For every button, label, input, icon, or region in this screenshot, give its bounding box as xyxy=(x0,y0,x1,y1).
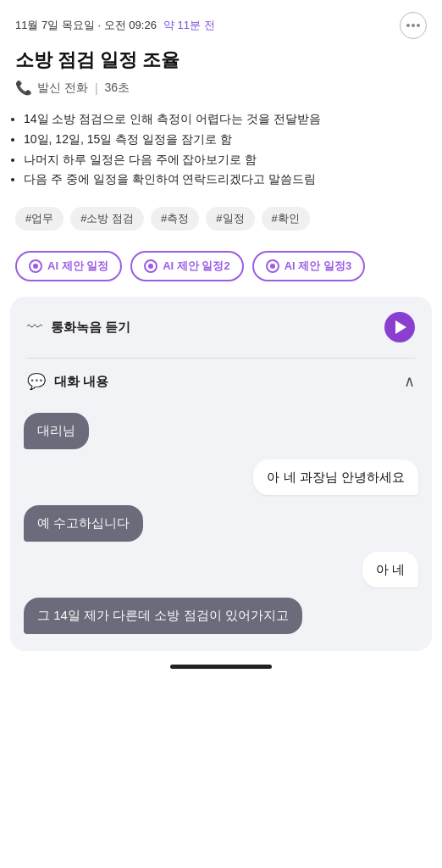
bubble-right: 아 네 과장님 안녕하세요 xyxy=(253,459,418,496)
chat-header-row: 💬 대화 내용 ∧ xyxy=(10,359,432,404)
ellipsis-icon xyxy=(406,24,420,27)
bullet-item: 14일 소방 점검으로 인해 측정이 어렵다는 것을 전달받음 xyxy=(24,109,427,130)
message-row: 아 네 과장님 안녕하세요 xyxy=(24,459,418,496)
tag-item[interactable]: #일정 xyxy=(206,207,254,231)
call-info: 📞 발신 전화 | 36초 xyxy=(0,78,442,106)
bubble-left: 대리님 xyxy=(24,413,89,449)
home-indicator xyxy=(170,665,272,669)
ai-suggestion-button-3[interactable]: AI 제안 일정3 xyxy=(252,251,365,281)
message-row: 예 수고하십니다 xyxy=(24,505,418,542)
chat-bubble-icon: 💬 xyxy=(27,372,46,391)
tags-container: #업무 #소방 점검 #측정 #일정 #확인 xyxy=(0,200,442,242)
bubble-left: 그 14일 제가 다른데 소방 점검이 있어가지고 xyxy=(24,598,302,634)
message-row: 아 네 xyxy=(24,552,418,588)
date-time-container: 11월 7일 목요일 · 오전 09:26 약 11분 전 xyxy=(15,18,215,33)
call-icon: 📞 xyxy=(15,80,32,96)
tag-item[interactable]: #확인 xyxy=(262,207,310,231)
call-label: 발신 전화 xyxy=(37,81,88,96)
bullet-item: 나머지 하루 일정은 다음 주에 잡아보기로 함 xyxy=(24,150,427,170)
bullet-item: 10일, 12일, 15일 측정 일정을 잠기로 함 xyxy=(24,130,427,150)
ai-icon-3 xyxy=(266,259,279,273)
ai-suggestion-button-1[interactable]: AI 제안 일정 xyxy=(15,251,122,281)
tag-item[interactable]: #소방 점검 xyxy=(70,207,144,231)
audio-label: 통화녹음 듣기 xyxy=(51,320,130,336)
ai-icon-1 xyxy=(29,259,42,273)
message-row: 그 14일 제가 다른데 소방 점검이 있어가지고 xyxy=(24,598,418,634)
ai-buttons-container: AI 제안 일정 AI 제안 일정2 AI 제안 일정3 xyxy=(0,242,442,297)
ai-btn-label-1: AI 제안 일정 xyxy=(47,259,108,274)
options-button[interactable] xyxy=(400,12,427,39)
summary-list: 14일 소방 점검으로 인해 측정이 어렵다는 것을 전달받음 10일, 12일… xyxy=(0,106,442,200)
page-title: 소방 점검 일정 조율 xyxy=(0,44,442,78)
bubble-left: 예 수고하십니다 xyxy=(24,505,143,542)
call-duration: 36초 xyxy=(105,81,130,96)
tag-item[interactable]: #업무 xyxy=(15,207,64,231)
card-section: 〰 통화녹음 듣기 💬 대화 내용 ∧ 대리님 아 네 과장님 안녕하세요 예 … xyxy=(10,297,432,651)
play-icon xyxy=(395,320,406,334)
ago-time: 약 11분 전 xyxy=(163,18,215,33)
ai-btn-label-3: AI 제안 일정3 xyxy=(285,259,351,274)
call-separator: | xyxy=(95,81,98,95)
ai-btn-label-2: AI 제안 일정2 xyxy=(163,259,229,274)
chat-header-label: 대화 내용 xyxy=(54,374,108,390)
date-time: 11월 7일 목요일 · 오전 09:26 xyxy=(15,18,157,33)
message-row: 대리님 xyxy=(24,413,418,449)
chat-header-left: 💬 대화 내용 xyxy=(27,372,108,391)
audio-waveform-icon: 〰 xyxy=(27,319,42,337)
tag-item[interactable]: #측정 xyxy=(151,207,199,231)
top-bar: 11월 7일 목요일 · 오전 09:26 약 11분 전 xyxy=(0,0,442,44)
chevron-up-icon[interactable]: ∧ xyxy=(404,372,415,391)
ai-icon-2 xyxy=(144,259,157,273)
audio-row: 〰 통화녹음 듣기 xyxy=(10,297,432,358)
bubble-right: 아 네 xyxy=(362,552,418,588)
ai-suggestion-button-2[interactable]: AI 제안 일정2 xyxy=(130,251,243,281)
audio-left: 〰 통화녹음 듣기 xyxy=(27,319,130,337)
play-button[interactable] xyxy=(384,312,415,342)
chat-area: 대리님 아 네 과장님 안녕하세요 예 수고하십니다 아 네 그 14일 제가 … xyxy=(10,404,432,651)
bullet-item: 다음 주 중에 일정을 확인하여 연락드리겠다고 말씀드림 xyxy=(24,170,427,190)
